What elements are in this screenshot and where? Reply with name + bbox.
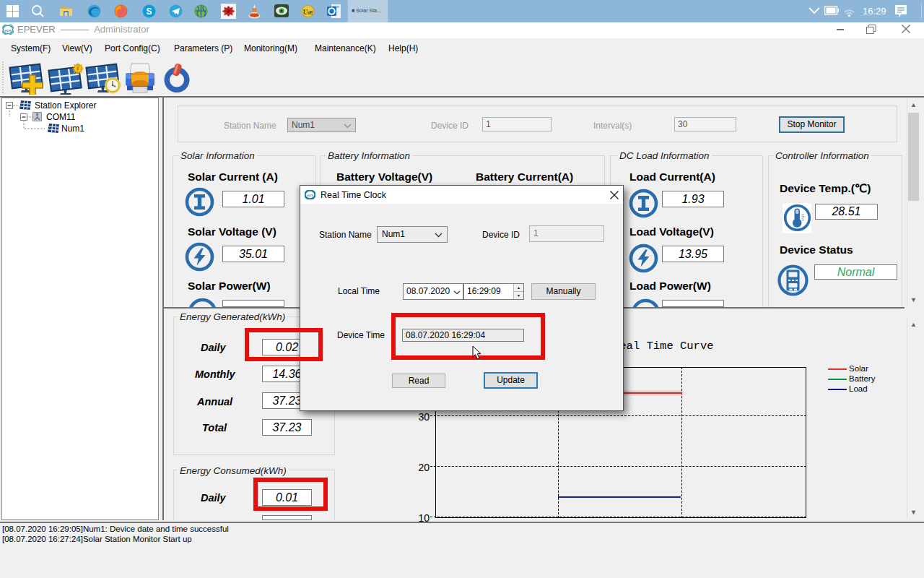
svg-text:eps: eps — [4, 28, 12, 33]
svg-text:eps: eps — [307, 193, 313, 197]
svg-text:Uæ: Uæ — [303, 9, 313, 16]
svg-text:S: S — [146, 7, 152, 17]
